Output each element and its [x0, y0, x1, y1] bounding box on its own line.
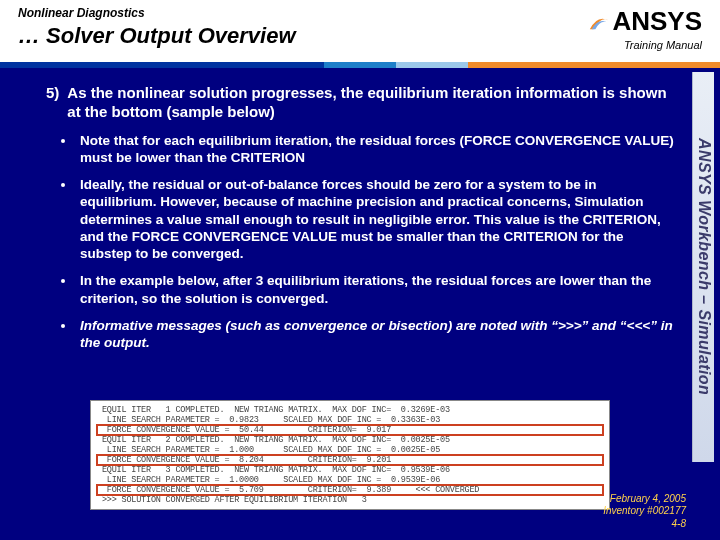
lead-text: As the nonlinear solution progresses, th…: [67, 84, 676, 122]
sample-line: LINE SEARCH PARAMETER = 1.0000 SCALED MA…: [97, 475, 603, 485]
vertical-sidebar: ANSYS Workbench – Simulation: [692, 72, 714, 462]
solver-output-sample: EQUIL ITER 1 COMPLETED. NEW TRIANG MATRI…: [90, 400, 610, 510]
swoosh-icon: [588, 11, 610, 33]
sample-line-highlight: FORCE CONVERGENCE VALUE = 50.44 CRITERIO…: [97, 425, 603, 435]
ansys-logo: ANSYS: [588, 6, 702, 37]
sample-line: EQUIL ITER 1 COMPLETED. NEW TRIANG MATRI…: [97, 405, 603, 415]
logo-text: ANSYS: [612, 6, 702, 37]
footer-page: 4-8: [603, 518, 686, 531]
bullet-item: Ideally, the residual or out-of-balance …: [76, 176, 676, 262]
bullet-item: In the example below, after 3 equilibriu…: [76, 272, 676, 307]
content-area: 5) As the nonlinear solution progresses,…: [46, 84, 676, 361]
lead-paragraph: 5) As the nonlinear solution progresses,…: [46, 84, 676, 122]
sample-line-highlight: FORCE CONVERGENCE VALUE = 8.204 CRITERIO…: [97, 455, 603, 465]
sample-line-highlight: FORCE CONVERGENCE VALUE = 5.709 CRITERIO…: [97, 485, 603, 495]
sidebar-title: ANSYS Workbench – Simulation: [695, 138, 713, 395]
bullet-item: Note that for each equilibrium iteration…: [76, 132, 676, 167]
sample-line: LINE SEARCH PARAMETER = 1.000 SCALED MAX…: [97, 445, 603, 455]
bullet-item: Informative messages (such as convergenc…: [76, 317, 676, 352]
accent-bar: [0, 62, 720, 68]
footer-date: February 4, 2005: [603, 493, 686, 506]
logo-block: ANSYS Training Manual: [588, 6, 702, 51]
sample-line: LINE SEARCH PARAMETER = 0.9823 SCALED MA…: [97, 415, 603, 425]
training-manual-label: Training Manual: [588, 39, 702, 51]
footer: February 4, 2005 Inventory #002177 4-8: [603, 493, 686, 531]
footer-inventory: Inventory #002177: [603, 505, 686, 518]
item-number: 5): [46, 84, 59, 122]
sample-line: EQUIL ITER 2 COMPLETED. NEW TRIANG MATRI…: [97, 435, 603, 445]
header: Nonlinear Diagnostics … Solver Output Ov…: [0, 0, 720, 62]
sample-line: EQUIL ITER 3 COMPLETED. NEW TRIANG MATRI…: [97, 465, 603, 475]
sample-line: >>> SOLUTION CONVERGED AFTER EQUILIBRIUM…: [97, 495, 603, 505]
bullet-list: Note that for each equilibrium iteration…: [76, 132, 676, 352]
